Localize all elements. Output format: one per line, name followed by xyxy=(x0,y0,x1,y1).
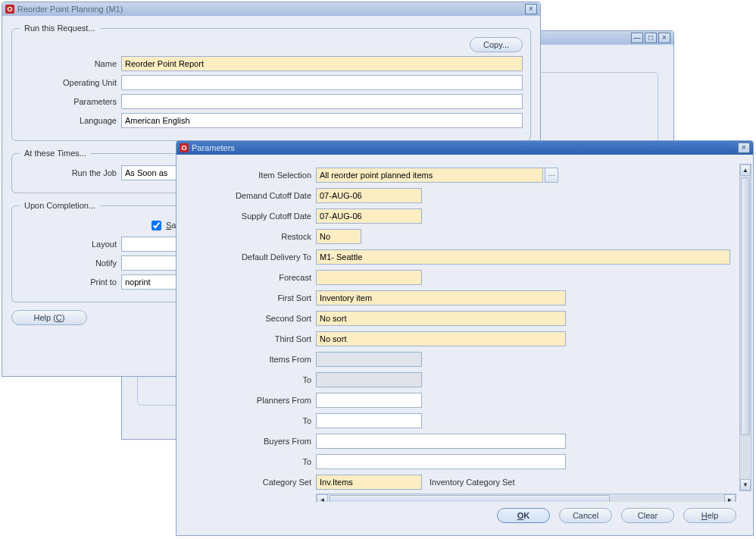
operating-unit-label: Operating Unit xyxy=(20,78,117,87)
close-icon[interactable]: × xyxy=(525,4,537,14)
items-to-label: To xyxy=(183,375,311,384)
buyers-to-label: To xyxy=(183,457,311,466)
parameters-title: Parameters xyxy=(192,143,235,152)
help-button[interactable]: Help xyxy=(683,508,736,523)
third-sort-input[interactable] xyxy=(316,331,566,346)
ok-button[interactable]: OK xyxy=(497,508,550,523)
second-sort-input[interactable] xyxy=(316,311,566,326)
supply-cutoff-input[interactable] xyxy=(316,208,422,224)
rpp-titlebar[interactable]: O Reorder Point Planning (M1) × xyxy=(2,2,540,16)
items-from-label: Items From xyxy=(183,355,311,364)
vertical-scrollbar[interactable]: ▲ ▼ xyxy=(739,164,751,491)
first-sort-label: First Sort xyxy=(183,293,311,302)
planners-to-label: To xyxy=(183,416,311,425)
language-label: Language xyxy=(20,116,117,125)
forecast-input[interactable] xyxy=(316,270,422,285)
lov-icon[interactable]: ⋯ xyxy=(545,168,558,183)
layout-label: Layout xyxy=(20,240,117,249)
supply-cutoff-label: Supply Cutoff Date xyxy=(183,212,311,221)
default-delivery-input[interactable] xyxy=(316,249,730,265)
name-label: Name xyxy=(20,59,117,68)
scroll-left-icon[interactable]: ◄ xyxy=(317,494,328,502)
demand-cutoff-input[interactable] xyxy=(316,188,422,203)
name-input[interactable] xyxy=(121,56,523,71)
cancel-button[interactable]: Cancel xyxy=(559,508,612,523)
items-from-input[interactable] xyxy=(316,352,422,367)
rpp-title: Reorder Point Planning (M1) xyxy=(17,5,123,14)
category-set-label: Category Set xyxy=(183,478,311,487)
save-all-checkbox[interactable] xyxy=(152,221,161,230)
at-these-times-legend: At these Times... xyxy=(20,149,91,158)
horizontal-scrollbar[interactable]: ◄ ► xyxy=(316,494,736,502)
item-selection-input[interactable] xyxy=(316,168,543,183)
oracle-logo-icon: O xyxy=(5,5,14,14)
parameters-input[interactable] xyxy=(121,94,523,109)
maximize-icon[interactable]: □ xyxy=(645,33,657,43)
scroll-thumb[interactable] xyxy=(330,495,610,502)
default-delivery-label: Default Delivery To xyxy=(183,252,311,262)
parameters-label: Parameters xyxy=(20,97,117,106)
planners-to-input[interactable] xyxy=(316,413,422,428)
scroll-down-icon[interactable]: ▼ xyxy=(740,479,751,490)
category-set-input[interactable] xyxy=(316,475,422,490)
parameters-window: O Parameters × Item Selection ⋯ Demand C… xyxy=(176,140,754,536)
third-sort-label: Third Sort xyxy=(183,334,311,343)
planners-from-input[interactable] xyxy=(316,393,422,408)
minimize-icon[interactable]: — xyxy=(631,33,643,43)
scroll-up-icon[interactable]: ▲ xyxy=(740,165,751,176)
copy-button[interactable]: Copy... xyxy=(470,37,523,52)
category-set-desc: Inventory Category Set xyxy=(430,478,515,487)
restock-label: Restock xyxy=(183,232,311,241)
run-this-request-group: Run this Request... Copy... Name Operati… xyxy=(11,24,531,141)
print-to-label: Print to xyxy=(20,277,117,287)
parameters-button-row: OK OK Cancel Clear Help Help xyxy=(183,502,747,529)
language-input[interactable] xyxy=(121,113,523,128)
close-icon[interactable]: × xyxy=(738,143,750,153)
buyers-from-label: Buyers From xyxy=(183,437,311,446)
run-this-request-legend: Run this Request... xyxy=(20,24,100,33)
planners-from-label: Planners From xyxy=(183,396,311,405)
buyers-to-input[interactable] xyxy=(316,454,566,469)
upon-completion-legend: Upon Completion... xyxy=(20,201,100,210)
close-icon[interactable]: × xyxy=(658,33,670,43)
operating-unit-input[interactable] xyxy=(121,75,523,90)
second-sort-label: Second Sort xyxy=(183,314,311,323)
scroll-thumb[interactable] xyxy=(741,177,750,435)
demand-cutoff-label: Demand Cutoff Date xyxy=(183,191,311,200)
scroll-right-icon[interactable]: ► xyxy=(724,494,736,502)
item-selection-label: Item Selection xyxy=(183,171,311,180)
run-the-job-label: Run the Job xyxy=(20,168,117,177)
forecast-label: Forecast xyxy=(183,273,311,282)
clear-button[interactable]: Clear xyxy=(621,508,674,523)
help-button[interactable]: Help (C) xyxy=(11,310,87,325)
buyers-from-input[interactable] xyxy=(316,434,566,449)
parameters-titlebar[interactable]: O Parameters × xyxy=(177,141,753,155)
oracle-logo-icon: O xyxy=(180,143,189,152)
notify-label: Notify xyxy=(20,259,117,268)
first-sort-input[interactable] xyxy=(316,290,566,306)
restock-input[interactable] xyxy=(316,229,361,244)
items-to-input[interactable] xyxy=(316,372,422,387)
